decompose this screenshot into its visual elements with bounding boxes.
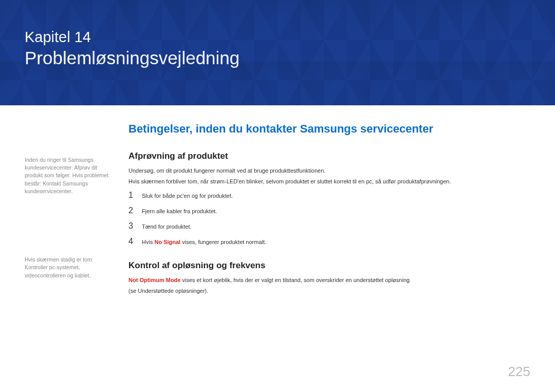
step-item: 2 Fjern alle kabler fra produktet. (128, 206, 530, 215)
step-text-part: vises, fungerer produktet normalt. (180, 239, 266, 245)
main-column: Afprøvning af produktet Undersøg, om dit… (128, 151, 530, 297)
chapter-number: Kapitel 14 (25, 28, 530, 46)
step-number: 1 (128, 191, 135, 200)
step-text: Tænd for produktet. (142, 223, 192, 230)
step-text: Fjern alle kabler fra produktet. (142, 208, 217, 214)
body-paragraph: Undersøg, om dit produkt fungerer normal… (128, 166, 530, 175)
step-text: Sluk for både pc'en og for produktet. (142, 193, 233, 199)
side-note: Inden du ringer til Samsungs kundeservic… (25, 156, 115, 195)
page-content: Betingelser, inden du kontakter Samsungs… (0, 105, 555, 297)
numbered-steps: 1 Sluk for både pc'en og for produktet. … (128, 191, 530, 246)
step-number: 2 (128, 206, 135, 215)
chapter-title: Problemløsningsvejledning (25, 47, 530, 69)
step-text: Hvis No Signal vises, fungerer produktet… (142, 239, 266, 245)
body-paragraph: Hvis skærmen forbliver tom, når strøm-LE… (128, 177, 530, 186)
highlighted-term: Not Optimum Mode (128, 277, 180, 283)
body-paragraph: (se Understøttede opløsninger). (128, 287, 530, 295)
page-number: 225 (508, 364, 530, 380)
step-text-part: Hvis (142, 239, 154, 245)
section-heading: Betingelser, inden du kontakter Samsungs… (128, 122, 530, 136)
subsection-heading: Afprøvning af produktet (128, 151, 530, 161)
step-item: 4 Hvis No Signal vises, fungerer produkt… (128, 237, 530, 246)
step-number: 4 (128, 237, 135, 246)
highlighted-term: No Signal (154, 239, 180, 245)
step-item: 3 Tænd for produktet. (128, 221, 530, 231)
subsection-heading: Kontrol af opløsning og frekvens (128, 260, 530, 271)
step-item: 1 Sluk for både pc'en og for produktet. (128, 191, 530, 200)
chapter-banner: Kapitel 14 Problemløsningsvejledning (0, 0, 555, 105)
document-page: Kapitel 14 Problemløsningsvejledning Bet… (0, 0, 555, 392)
body-text-part: vises et kort øjeblik, hvis der er valgt… (180, 277, 410, 283)
two-column-layout: Inden du ringer til Samsungs kundeservic… (25, 151, 530, 297)
step-number: 3 (128, 221, 135, 231)
side-note: Hvis skærmen stadig er tom: Kontroller p… (25, 256, 115, 279)
body-paragraph: Not Optimum Mode vises et kort øjeblik, … (128, 276, 530, 285)
side-column: Inden du ringer til Samsungs kundeservic… (25, 151, 115, 297)
